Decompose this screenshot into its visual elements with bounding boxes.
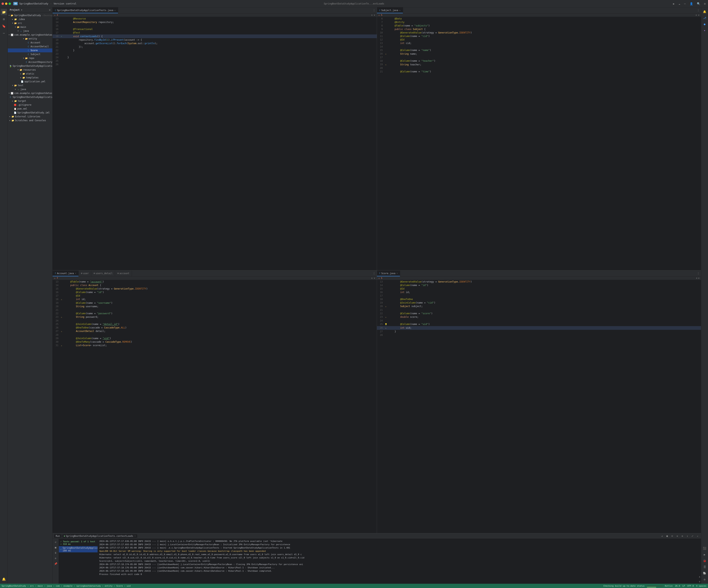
tree-main-app[interactable]: 🍃 SpringBootDataStudyApplication	[8, 64, 52, 68]
bottom-right-code[interactable]: 13 @GeneratedValue(strategy = Generation…	[377, 280, 701, 533]
scroll-down-btn[interactable]: ∨	[697, 579, 701, 584]
tree-templates[interactable]: ▶ 📁 templates	[8, 76, 52, 80]
tree-static[interactable]: ▶ 📁 static	[8, 72, 52, 76]
tree-target[interactable]: ▶ 📁 target	[8, 99, 52, 103]
run-sidebar-restart[interactable]: ↺	[53, 539, 58, 544]
tab-account[interactable]: C Account.java ×	[53, 271, 79, 276]
rs-blue-dot-btn[interactable]: ●	[702, 22, 707, 27]
tree-iml[interactable]: 📄 SpringBootDataStudy.iml	[8, 111, 52, 115]
sidebar-bookmarks-icon[interactable]: 🔖	[1, 23, 7, 29]
settings-icon[interactable]: ⚙	[703, 2, 706, 6]
tree-account-repo[interactable]: I AccountRepository	[8, 60, 52, 64]
tab-more-br[interactable]: ⋮	[696, 271, 701, 276]
run-toggle-btn[interactable]: ⊡	[670, 534, 674, 538]
update-icon[interactable]: ☁	[678, 2, 681, 6]
run-sidebar-pin[interactable]: 📌	[53, 561, 58, 566]
tree-gitignore[interactable]: 🔴 .gitignore	[8, 103, 52, 107]
tree-test-java[interactable]: ▼ ☕ java	[8, 87, 52, 91]
tree-src[interactable]: ▼ 📂 src	[8, 21, 52, 25]
tab-users-detail-db[interactable]: ⊞ users_detail	[91, 271, 115, 276]
run-sidebar-pause[interactable]: ⏸	[53, 551, 58, 555]
run-stop-btn[interactable]: ■	[665, 534, 669, 538]
top-left-code[interactable]: 13 @Resource 14 AccountRepository reposi…	[53, 17, 377, 270]
status-position[interactable]: 26:4	[675, 585, 680, 587]
project-panel-gear[interactable]: ⚙	[49, 8, 51, 11]
maximize-button[interactable]	[8, 3, 11, 5]
tree-account[interactable]: C Account	[8, 41, 52, 44]
tree-resources[interactable]: ▼ 📂 resources	[8, 68, 52, 72]
nav-controls-br[interactable]: ∧ ∨	[696, 277, 700, 279]
minimize-button[interactable]	[5, 3, 7, 5]
rs-database-btn[interactable]: 🗄	[702, 564, 707, 570]
tab-user-db[interactable]: ⊞ user	[79, 271, 91, 276]
run-tree-test-item[interactable]: ✓ SpringBootDataStudyApplicationTe... 18…	[59, 546, 97, 552]
project-tree[interactable]: ▼ 📂 SpringBootDataStudy ~/Desktop/CS/Jav…	[8, 13, 52, 584]
rs-debug-btn[interactable]: 🐞	[702, 558, 707, 563]
rs-terminal-btn[interactable]: ⬛	[702, 546, 707, 551]
search-icon[interactable]: 🔍	[696, 2, 701, 6]
nav-arrows-tl[interactable]: ∧ ∨	[371, 14, 375, 17]
tree-test-pkg[interactable]: ▼ ⬜ com.example.springbootdatastudy	[8, 91, 52, 95]
run-test-tab[interactable]: ● SpringBootDataStudyApplicationTests.co…	[62, 534, 137, 538]
rs-notifications-btn[interactable]: 🔔	[702, 9, 707, 14]
tab-subject[interactable]: C Subject.java ×	[377, 7, 403, 13]
close-button[interactable]	[2, 3, 4, 5]
tree-account-detail[interactable]: C AccountDetail	[8, 44, 52, 49]
nav-arrows-bl[interactable]: ∧ ∨	[371, 277, 375, 279]
status-kotlin[interactable]: Kotlin	[665, 585, 673, 587]
tree-test[interactable]: ▼ 📂 test	[8, 84, 52, 87]
tree-idea[interactable]: ▶ 📁 .idea	[8, 17, 52, 21]
tree-subject[interactable]: C Subject	[8, 52, 52, 56]
tab-more-btn[interactable]: ⋮	[371, 8, 377, 12]
nav-arrows-tr[interactable]: ∧ ∨	[696, 14, 700, 17]
sidebar-project-icon[interactable]: 📁	[1, 9, 7, 15]
status-encoding[interactable]: UTF-8	[687, 585, 694, 587]
sidebar-structure-icon[interactable]: ⊞	[1, 16, 7, 22]
rs-ai-btn[interactable]: ✦	[702, 28, 707, 33]
sidebar-notifications-icon[interactable]: 🔔	[1, 576, 7, 582]
nav-up-br[interactable]: ∧	[696, 277, 698, 279]
tree-repo[interactable]: ▼ 📂 repo	[8, 56, 52, 60]
run-restart-btn[interactable]: ↺	[660, 534, 664, 538]
status-indent[interactable]: 4 spaces	[696, 585, 706, 587]
run-test-tab-close[interactable]: ×	[135, 535, 136, 537]
run-sort-btn[interactable]: ↕	[685, 534, 689, 538]
nav-down-br[interactable]: ∨	[698, 277, 700, 279]
status-line-sep[interactable]: LF	[682, 585, 685, 587]
tab-more-tr[interactable]: ⋮	[696, 8, 701, 12]
top-right-code[interactable]: 6 @Data 7 @Entity 8	[377, 17, 701, 270]
tree-apptest[interactable]: C SpringBootDataStudyApplicationTests	[8, 95, 52, 99]
project-title[interactable]: SpringBootDataStudy	[19, 2, 48, 5]
tab-more-bl[interactable]: ⋮	[371, 271, 377, 276]
tree-main[interactable]: ▼ 📂 main	[8, 25, 52, 29]
tree-appyml[interactable]: 📄 application.yml	[8, 80, 52, 84]
rs-gradle-btn[interactable]: 🐘	[702, 570, 707, 576]
tree-score[interactable]: C Score	[8, 49, 52, 52]
tab-apptest[interactable]: C SpringBootDataStudyApplicationTests.ja…	[53, 7, 118, 13]
run-output[interactable]: 2024-06-13T17:57:17.636-05:00 INFO 26415…	[98, 539, 697, 584]
tree-entity[interactable]: ▼ 📂 entity	[8, 37, 52, 41]
run-expand-btn[interactable]: ⤢	[690, 534, 695, 538]
run-external-btn[interactable]: ↗	[696, 534, 700, 538]
tab-close-icon[interactable]: ×	[115, 9, 116, 11]
bottom-left-code[interactable]: 13 @Table(name = "account") 14 public cl…	[53, 280, 377, 533]
run-icon[interactable]: ▶	[672, 2, 675, 6]
run-sidebar-stop[interactable]: ■	[53, 545, 58, 550]
sidebar-more-tools-icon[interactable]: ⋯	[1, 30, 7, 36]
tree-root[interactable]: ▼ 📂 SpringBootDataStudy ~/Desktop/CS/Jav…	[8, 13, 52, 17]
run-tab-label[interactable]: Run	[54, 534, 62, 538]
tab-score[interactable]: C Score.java ×	[377, 271, 400, 276]
tab-subject-close[interactable]: ×	[400, 9, 401, 11]
tab-account-db[interactable]: ⊞ account	[115, 271, 132, 276]
tab-account-close[interactable]: ×	[75, 272, 76, 274]
version-control-label[interactable]: Version control	[54, 2, 76, 5]
rs-git-btn[interactable]: ⎇	[702, 15, 707, 21]
tree-scratches[interactable]: ▶ 📁 Scratches and Consoles	[8, 119, 52, 122]
rs-settings-bottom-btn[interactable]: ⚙	[702, 577, 707, 582]
more-icon[interactable]: ⋯	[683, 2, 686, 6]
tree-pomxml[interactable]: 📋 pom.xml	[8, 107, 52, 111]
tree-external-libs[interactable]: ▶ 📁 External Libraries	[8, 115, 52, 119]
run-filter-btn[interactable]: ≡	[675, 534, 679, 538]
tree-java[interactable]: ▼ ☕ java	[8, 29, 52, 33]
tab-score-close[interactable]: ×	[396, 272, 397, 274]
